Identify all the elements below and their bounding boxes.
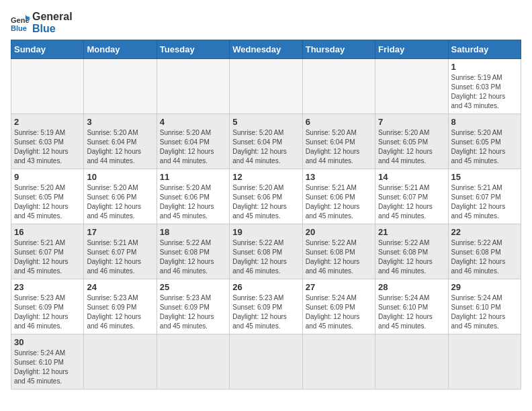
calendar-cell: 8Sunrise: 5:20 AM Sunset: 6:05 PM Daylig… xyxy=(448,114,521,169)
day-info: Sunrise: 5:24 AM Sunset: 6:09 PM Dayligh… xyxy=(306,293,372,331)
calendar-cell: 12Sunrise: 5:20 AM Sunset: 6:06 PM Dayli… xyxy=(230,169,302,224)
calendar-cell: 25Sunrise: 5:23 AM Sunset: 6:09 PM Dayli… xyxy=(157,279,229,334)
day-number: 30 xyxy=(14,337,81,347)
calendar-cell: 1Sunrise: 5:19 AM Sunset: 6:03 PM Daylig… xyxy=(448,59,521,114)
day-info: Sunrise: 5:22 AM Sunset: 6:08 PM Dayligh… xyxy=(232,238,299,276)
day-info: Sunrise: 5:20 AM Sunset: 6:04 PM Dayligh… xyxy=(160,128,226,166)
day-number: 28 xyxy=(378,282,445,292)
day-number: 16 xyxy=(14,227,81,237)
column-header-friday: Friday xyxy=(375,40,448,59)
logo-blue: Blue xyxy=(32,23,73,35)
calendar-cell: 3Sunrise: 5:20 AM Sunset: 6:04 PM Daylig… xyxy=(84,114,157,169)
day-number: 23 xyxy=(14,282,81,292)
calendar-cell: 9Sunrise: 5:20 AM Sunset: 6:05 PM Daylig… xyxy=(11,169,84,224)
calendar-cell: 28Sunrise: 5:24 AM Sunset: 6:10 PM Dayli… xyxy=(375,279,448,334)
calendar-cell: 5Sunrise: 5:20 AM Sunset: 6:04 PM Daylig… xyxy=(230,114,302,169)
day-info: Sunrise: 5:24 AM Sunset: 6:10 PM Dayligh… xyxy=(378,293,445,331)
calendar-cell: 4Sunrise: 5:20 AM Sunset: 6:04 PM Daylig… xyxy=(157,114,229,169)
calendar-cell xyxy=(230,334,302,390)
calendar-week-row: 1Sunrise: 5:19 AM Sunset: 6:03 PM Daylig… xyxy=(11,59,521,114)
calendar-cell: 15Sunrise: 5:21 AM Sunset: 6:07 PM Dayli… xyxy=(448,169,521,224)
day-number: 20 xyxy=(306,227,372,237)
day-info: Sunrise: 5:20 AM Sunset: 6:04 PM Dayligh… xyxy=(232,128,299,166)
calendar-cell: 22Sunrise: 5:22 AM Sunset: 6:08 PM Dayli… xyxy=(448,224,521,279)
svg-text:Blue: Blue xyxy=(11,24,27,32)
day-info: Sunrise: 5:20 AM Sunset: 6:06 PM Dayligh… xyxy=(160,183,226,221)
calendar-cell: 19Sunrise: 5:22 AM Sunset: 6:08 PM Dayli… xyxy=(230,224,302,279)
calendar-cell: 24Sunrise: 5:23 AM Sunset: 6:09 PM Dayli… xyxy=(84,279,157,334)
day-number: 18 xyxy=(160,227,226,237)
calendar-cell: 30Sunrise: 5:24 AM Sunset: 6:10 PM Dayli… xyxy=(11,334,84,390)
calendar-header-row: SundayMondayTuesdayWednesdayThursdayFrid… xyxy=(11,40,521,59)
calendar-cell xyxy=(302,59,375,114)
logo-general: General xyxy=(32,11,73,23)
column-header-wednesday: Wednesday xyxy=(230,40,302,59)
day-info: Sunrise: 5:20 AM Sunset: 6:04 PM Dayligh… xyxy=(87,128,153,166)
day-number: 17 xyxy=(87,227,153,237)
day-info: Sunrise: 5:22 AM Sunset: 6:08 PM Dayligh… xyxy=(451,238,518,276)
day-info: Sunrise: 5:23 AM Sunset: 6:09 PM Dayligh… xyxy=(232,293,299,331)
calendar-cell: 27Sunrise: 5:24 AM Sunset: 6:09 PM Dayli… xyxy=(302,279,375,334)
day-number: 13 xyxy=(306,172,372,182)
calendar-cell xyxy=(157,59,229,114)
day-number: 14 xyxy=(378,172,445,182)
calendar-cell: 29Sunrise: 5:24 AM Sunset: 6:10 PM Dayli… xyxy=(448,279,521,334)
calendar-table: SundayMondayTuesdayWednesdayThursdayFrid… xyxy=(11,40,521,390)
day-number: 10 xyxy=(87,172,153,182)
column-header-monday: Monday xyxy=(84,40,157,59)
day-info: Sunrise: 5:24 AM Sunset: 6:10 PM Dayligh… xyxy=(451,293,518,331)
day-info: Sunrise: 5:21 AM Sunset: 6:07 PM Dayligh… xyxy=(14,238,81,276)
calendar-cell: 7Sunrise: 5:20 AM Sunset: 6:05 PM Daylig… xyxy=(375,114,448,169)
calendar-cell: 26Sunrise: 5:23 AM Sunset: 6:09 PM Dayli… xyxy=(230,279,302,334)
day-info: Sunrise: 5:22 AM Sunset: 6:08 PM Dayligh… xyxy=(378,238,445,276)
calendar-cell: 10Sunrise: 5:20 AM Sunset: 6:06 PM Dayli… xyxy=(84,169,157,224)
day-number: 9 xyxy=(14,172,81,182)
day-info: Sunrise: 5:23 AM Sunset: 6:09 PM Dayligh… xyxy=(14,293,81,331)
day-number: 3 xyxy=(87,117,153,127)
day-number: 25 xyxy=(160,282,226,292)
day-number: 12 xyxy=(232,172,299,182)
day-info: Sunrise: 5:20 AM Sunset: 6:04 PM Dayligh… xyxy=(306,128,372,166)
calendar-cell: 2Sunrise: 5:19 AM Sunset: 6:03 PM Daylig… xyxy=(11,114,84,169)
day-info: Sunrise: 5:19 AM Sunset: 6:03 PM Dayligh… xyxy=(451,73,518,111)
day-number: 29 xyxy=(451,282,518,292)
calendar-cell xyxy=(157,334,229,390)
calendar-cell xyxy=(302,334,375,390)
day-number: 27 xyxy=(306,282,372,292)
calendar-cell xyxy=(375,59,448,114)
calendar-cell: 20Sunrise: 5:22 AM Sunset: 6:08 PM Dayli… xyxy=(302,224,375,279)
day-number: 19 xyxy=(232,227,299,237)
calendar-cell: 11Sunrise: 5:20 AM Sunset: 6:06 PM Dayli… xyxy=(157,169,229,224)
calendar-cell: 23Sunrise: 5:23 AM Sunset: 6:09 PM Dayli… xyxy=(11,279,84,334)
column-header-thursday: Thursday xyxy=(302,40,375,59)
day-info: Sunrise: 5:21 AM Sunset: 6:07 PM Dayligh… xyxy=(451,183,518,221)
day-info: Sunrise: 5:24 AM Sunset: 6:10 PM Dayligh… xyxy=(14,349,81,386)
day-info: Sunrise: 5:21 AM Sunset: 6:07 PM Dayligh… xyxy=(378,183,445,221)
day-info: Sunrise: 5:21 AM Sunset: 6:06 PM Dayligh… xyxy=(306,183,372,221)
day-info: Sunrise: 5:23 AM Sunset: 6:09 PM Dayligh… xyxy=(160,293,226,331)
generalblue-logo-icon: General Blue xyxy=(11,13,30,32)
header: General Blue General Blue xyxy=(11,11,521,34)
day-info: Sunrise: 5:20 AM Sunset: 6:06 PM Dayligh… xyxy=(232,183,299,221)
calendar-week-row: 9Sunrise: 5:20 AM Sunset: 6:05 PM Daylig… xyxy=(11,169,521,224)
column-header-sunday: Sunday xyxy=(11,40,84,59)
calendar-cell xyxy=(230,59,302,114)
calendar-cell: 21Sunrise: 5:22 AM Sunset: 6:08 PM Dayli… xyxy=(375,224,448,279)
day-number: 8 xyxy=(451,117,518,127)
calendar-cell xyxy=(84,59,157,114)
calendar-cell: 17Sunrise: 5:21 AM Sunset: 6:07 PM Dayli… xyxy=(84,224,157,279)
day-info: Sunrise: 5:21 AM Sunset: 6:07 PM Dayligh… xyxy=(87,238,153,276)
calendar-cell xyxy=(448,334,521,390)
day-number: 5 xyxy=(232,117,299,127)
calendar-cell: 6Sunrise: 5:20 AM Sunset: 6:04 PM Daylig… xyxy=(302,114,375,169)
day-info: Sunrise: 5:19 AM Sunset: 6:03 PM Dayligh… xyxy=(14,128,81,166)
day-info: Sunrise: 5:22 AM Sunset: 6:08 PM Dayligh… xyxy=(306,238,372,276)
day-info: Sunrise: 5:20 AM Sunset: 6:05 PM Dayligh… xyxy=(14,183,81,221)
calendar-week-row: 16Sunrise: 5:21 AM Sunset: 6:07 PM Dayli… xyxy=(11,224,521,279)
day-number: 1 xyxy=(451,62,518,72)
calendar-cell: 18Sunrise: 5:22 AM Sunset: 6:08 PM Dayli… xyxy=(157,224,229,279)
logo: General Blue General Blue xyxy=(11,11,73,34)
day-info: Sunrise: 5:22 AM Sunset: 6:08 PM Dayligh… xyxy=(160,238,226,276)
column-header-saturday: Saturday xyxy=(448,40,521,59)
day-number: 2 xyxy=(14,117,81,127)
